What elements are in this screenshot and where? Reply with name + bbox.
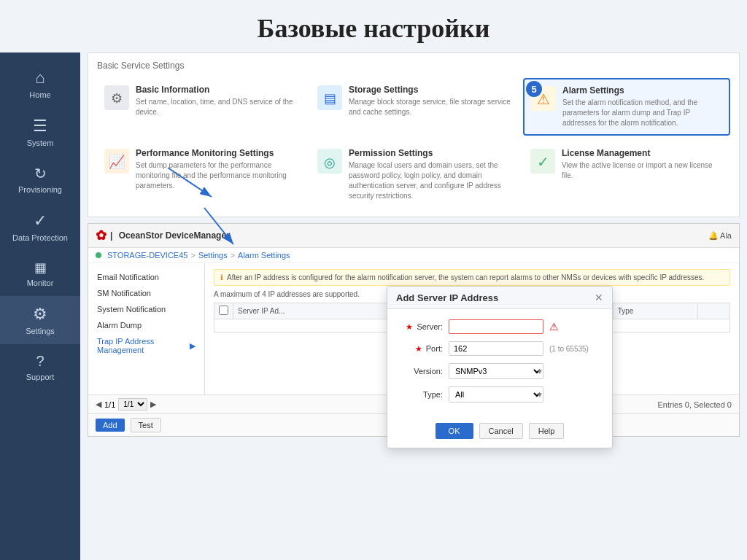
dm-notice: ℹ After an IP address is configured for …: [214, 269, 730, 286]
ok-button[interactable]: OK: [436, 423, 473, 439]
dm-breadcrumb: STORAGE-DEVICE45 > Settings > Alarm Sett…: [88, 248, 739, 263]
form-row-version: Version: SNMPv1 SNMPv2c SNMPv3 ▼: [399, 363, 600, 379]
svg-text:◎: ◎: [324, 155, 336, 170]
page-prev-icon[interactable]: ◀: [96, 400, 101, 409]
sidebar-item-settings[interactable]: ⚙ Settings: [0, 296, 80, 344]
bss-card-basic-info[interactable]: ⚙ Basic Information Set name, location, …: [97, 78, 304, 136]
notice-icon: ℹ: [220, 273, 223, 281]
type-select[interactable]: All Alarm Event: [449, 386, 543, 402]
bss-card-license[interactable]: ✓ License Management View the active lic…: [523, 141, 730, 208]
select-all-checkbox[interactable]: [219, 306, 228, 315]
permission-title: Permission Settings: [349, 148, 511, 158]
sidebar-label-provisioning: Provisioning: [18, 185, 62, 194]
form-row-server: ★ Server: ⚠: [399, 319, 600, 334]
bss-card-performance[interactable]: 📈 Performance Monitoring Settings Set du…: [97, 141, 304, 208]
sidebar-item-system[interactable]: ☰ System: [0, 108, 80, 156]
settings-icon: ⚙: [33, 305, 47, 324]
performance-title: Performance Monitoring Settings: [136, 148, 298, 158]
bss-card-storage[interactable]: ▤ Storage Settings Manage block storage …: [310, 78, 517, 136]
entries-info: Entries 0, Selected 0: [657, 400, 732, 409]
server-error-icon: ⚠: [549, 321, 559, 332]
dm-logo-text: |: [110, 230, 115, 241]
port-hint: (1 to 65535): [549, 345, 589, 353]
svg-text:▤: ▤: [324, 91, 336, 106]
sidebar-label-data-protection: Data Protection: [12, 233, 68, 242]
basic-info-title: Basic Information: [136, 85, 298, 95]
dm-logo: ✿ | OceanStor DeviceManager: [96, 228, 230, 244]
content-area: Basic Service Settings ⚙ Basic Informati…: [80, 52, 747, 560]
cancel-button[interactable]: Cancel: [479, 423, 523, 439]
basic-info-desc: Set name, location, time, and DNS servic…: [136, 97, 298, 117]
sidebar-label-support: Support: [26, 373, 55, 381]
sidebar-item-monitor[interactable]: ▦ Monitor: [0, 251, 80, 296]
dm-app-name: OceanStor DeviceManager: [119, 230, 230, 241]
server-input[interactable]: [449, 319, 543, 334]
storage-desc: Manage block storage service, file stora…: [349, 97, 511, 117]
performance-icon: 📈: [104, 148, 130, 174]
alarm-title: Alarm Settings: [562, 85, 723, 96]
sidebar-label-monitor: Monitor: [27, 279, 54, 287]
alarm-icon: 5 ⚠: [530, 85, 557, 112]
page-title: Базовые настройки: [0, 0, 747, 52]
bss-card-alarm[interactable]: 5 ⚠ Alarm Settings Set the alarm notific…: [523, 78, 730, 136]
col-checkbox: [214, 303, 233, 319]
port-input[interactable]: [449, 341, 543, 356]
breadcrumb-settings[interactable]: Settings: [198, 251, 228, 260]
breadcrumb-device[interactable]: STORAGE-DEVICE45: [107, 251, 187, 260]
nav-arrow-icon: ▶: [190, 341, 196, 351]
modal-footer: OK Cancel Help: [387, 417, 612, 448]
breadcrumb-alarm-settings[interactable]: Alarm Settings: [238, 251, 290, 260]
server-label: ★ Server:: [399, 322, 443, 332]
add-button[interactable]: Add: [96, 419, 125, 432]
sidebar: ⌂ Home ☰ System ↻ Provisioning ✓ Data Pr…: [0, 52, 80, 560]
type-label: Type:: [399, 390, 443, 399]
modal-title: Add Server IP Address: [396, 292, 498, 303]
test-button[interactable]: Test: [131, 418, 161, 432]
svg-text:⚙: ⚙: [111, 91, 123, 106]
support-icon: ?: [36, 353, 44, 370]
page-select[interactable]: 1/1: [118, 398, 147, 411]
form-row-port: ★ Port: (1 to 65535): [399, 341, 600, 356]
form-row-type: Type: All Alarm Event ▼: [399, 386, 600, 402]
modal-dialog: Add Server IP Address ✕ ★ Server: ⚠ ★: [387, 286, 613, 448]
huawei-icon: ✿: [96, 228, 107, 244]
permission-icon: ◎: [317, 148, 343, 174]
license-icon: ✓: [530, 148, 556, 174]
col-actions: [698, 303, 730, 319]
bss-title: Basic Service Settings: [97, 61, 730, 71]
dm-header: ✿ | OceanStor DeviceManager 🔔 Ala: [88, 224, 739, 248]
alarm-desc: Set the alarm notification method, and t…: [562, 98, 723, 128]
nav-system-notification[interactable]: System Notification: [88, 301, 204, 317]
page-next-icon[interactable]: ▶: [150, 400, 156, 409]
alarm-badge: 5: [526, 81, 542, 97]
sidebar-label-system: System: [27, 139, 54, 147]
status-dot: [96, 252, 101, 258]
provisioning-icon: ↻: [34, 165, 47, 182]
bss-grid: ⚙ Basic Information Set name, location, …: [97, 78, 730, 208]
sidebar-label-settings: Settings: [26, 327, 55, 335]
svg-text:📈: 📈: [109, 154, 125, 170]
sidebar-item-provisioning[interactable]: ↻ Provisioning: [0, 156, 80, 203]
main-layout: ⌂ Home ☰ System ↻ Provisioning ✓ Data Pr…: [0, 52, 747, 560]
sidebar-item-support[interactable]: ? Support: [0, 344, 80, 390]
storage-title: Storage Settings: [349, 85, 511, 95]
port-label: ★ Port:: [399, 344, 443, 354]
modal-header: Add Server IP Address ✕: [387, 287, 612, 309]
license-title: License Management: [562, 148, 724, 158]
dm-header-right: 🔔 Ala: [708, 231, 732, 241]
sidebar-label-home: Home: [29, 90, 50, 99]
bss-panel: Basic Service Settings ⚙ Basic Informati…: [88, 52, 740, 217]
bss-card-permission[interactable]: ◎ Permission Settings Manage local users…: [310, 141, 517, 208]
modal-close-button[interactable]: ✕: [595, 292, 603, 303]
version-label: Version:: [399, 367, 443, 376]
sidebar-item-data-protection[interactable]: ✓ Data Protection: [0, 203, 80, 251]
help-button[interactable]: Help: [529, 423, 565, 439]
nav-sm-notification[interactable]: SM Notification: [88, 285, 204, 301]
nav-email-notification[interactable]: Email Notification: [88, 269, 204, 285]
version-select[interactable]: SNMPv1 SNMPv2c SNMPv3: [449, 363, 543, 379]
basic-info-icon: ⚙: [104, 85, 130, 111]
nav-alarm-dump[interactable]: Alarm Dump: [88, 317, 204, 333]
home-icon: ⌂: [35, 69, 44, 88]
sidebar-item-home[interactable]: ⌂ Home: [0, 60, 80, 108]
nav-trap-ip[interactable]: Trap IP Address Management ▶: [88, 333, 204, 358]
